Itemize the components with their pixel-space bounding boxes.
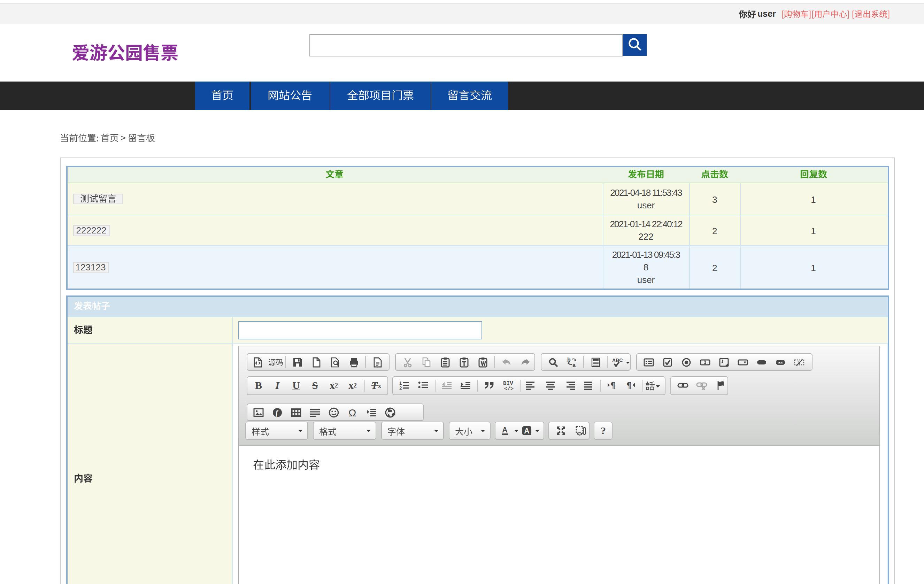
svg-text:ABC: ABC — [612, 357, 622, 363]
svg-text:¶: ¶ — [610, 380, 615, 390]
svg-text:2: 2 — [399, 385, 402, 391]
svg-text:¶: ¶ — [627, 380, 631, 390]
svg-text:b: b — [567, 356, 570, 362]
svg-text:A: A — [502, 425, 507, 434]
svg-text:Ω: Ω — [348, 407, 356, 418]
svg-text:A: A — [524, 426, 529, 435]
svg-text:?: ? — [600, 425, 606, 436]
svg-text:</>: </> — [504, 386, 513, 391]
svg-text:1: 1 — [399, 381, 402, 386]
svg-text:a: a — [572, 362, 575, 368]
